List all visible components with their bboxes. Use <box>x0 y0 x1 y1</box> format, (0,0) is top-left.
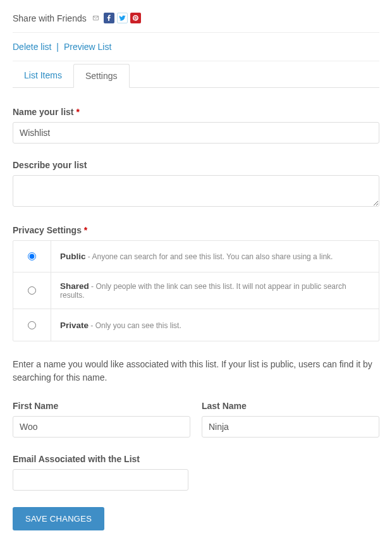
privacy-label: Privacy Settings * <box>13 225 379 235</box>
delete-list-link[interactable]: Delete list <box>13 42 51 52</box>
privacy-radio-cell <box>13 309 51 341</box>
name-helper-text: Enter a name you would like associated w… <box>13 358 379 384</box>
share-icons <box>90 13 141 23</box>
privacy-desc-private: - Only you can see this list. <box>89 321 181 330</box>
privacy-title-shared: Shared <box>60 281 89 291</box>
tabs: List Items Settings <box>13 64 379 88</box>
email-field-group: Email Associated with the List <box>13 454 379 491</box>
describe-field-group: Describe your list <box>13 160 379 209</box>
mail-icon[interactable] <box>90 13 101 23</box>
privacy-label-cell: Shared - Only people with the link can s… <box>51 272 379 309</box>
last-name-group: Last Name <box>202 401 379 438</box>
save-button[interactable]: SAVE CHANGES <box>13 507 104 530</box>
privacy-options-table: Public - Anyone can search for and see t… <box>13 240 379 341</box>
required-asterisk: * <box>76 107 79 117</box>
name-label: Name your list * <box>13 107 379 117</box>
facebook-icon[interactable] <box>104 13 114 23</box>
last-name-input[interactable] <box>202 416 379 438</box>
privacy-label-text: Privacy Settings <box>13 225 82 235</box>
share-label: Share with Friends <box>13 13 87 23</box>
separator: | <box>56 42 59 52</box>
first-name-label: First Name <box>13 401 190 411</box>
privacy-label-cell: Public - Anyone can search for and see t… <box>51 243 379 270</box>
privacy-desc-public: - Anyone can search for and see this lis… <box>86 252 333 261</box>
email-input[interactable] <box>13 469 188 491</box>
first-name-group: First Name <box>13 401 190 438</box>
describe-label: Describe your list <box>13 160 379 170</box>
preview-list-link[interactable]: Preview List <box>64 42 111 52</box>
privacy-row-private: Private - Only you can see this list. <box>13 309 379 341</box>
privacy-radio-shared[interactable] <box>28 286 36 295</box>
privacy-radio-public[interactable] <box>28 252 36 260</box>
list-actions: Delete list | Preview List <box>13 42 379 61</box>
tab-list-items[interactable]: List Items <box>13 64 73 88</box>
first-name-input[interactable] <box>13 416 190 438</box>
tab-settings[interactable]: Settings <box>73 64 130 88</box>
name-label-text: Name your list <box>13 107 73 117</box>
name-input[interactable] <box>13 122 379 144</box>
email-label: Email Associated with the List <box>13 454 379 464</box>
twitter-icon[interactable] <box>117 13 128 23</box>
share-row: Share with Friends <box>13 13 379 33</box>
name-field-group: Name your list * <box>13 107 379 144</box>
privacy-radio-cell <box>13 272 51 309</box>
describe-textarea[interactable] <box>13 175 379 207</box>
privacy-radio-private[interactable] <box>28 321 36 329</box>
required-asterisk: * <box>84 225 87 235</box>
privacy-field-group: Privacy Settings * Public - Anyone can s… <box>13 225 379 341</box>
privacy-title-public: Public <box>60 252 86 261</box>
name-row: First Name Last Name <box>13 401 379 438</box>
privacy-radio-cell <box>13 241 51 272</box>
privacy-label-cell: Private - Only you can see this list. <box>51 312 379 339</box>
privacy-row-public: Public - Anyone can search for and see t… <box>13 241 379 272</box>
last-name-label: Last Name <box>202 401 379 411</box>
privacy-desc-shared: - Only people with the link can see this… <box>60 282 346 300</box>
privacy-title-private: Private <box>60 321 89 330</box>
pinterest-icon[interactable] <box>130 13 141 23</box>
privacy-row-shared: Shared - Only people with the link can s… <box>13 272 379 309</box>
